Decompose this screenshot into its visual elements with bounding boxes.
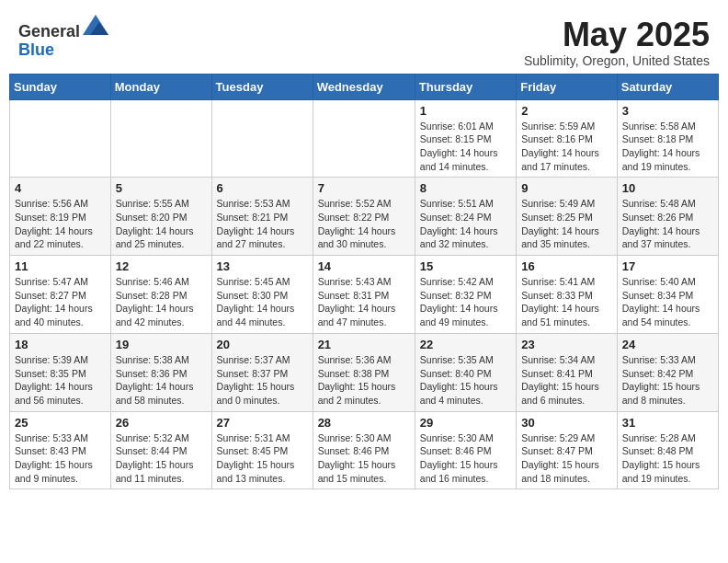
day-info: Sunrise: 5:35 AM Sunset: 8:40 PM Dayligh… (420, 353, 511, 408)
logo-general: General (18, 22, 80, 40)
weekday-header-friday: Friday (517, 74, 618, 99)
calendar-cell: 7Sunrise: 5:52 AM Sunset: 8:22 PM Daylig… (313, 178, 415, 256)
day-number: 26 (116, 416, 207, 430)
calendar-cell: 12Sunrise: 5:46 AM Sunset: 8:28 PM Dayli… (110, 256, 211, 334)
day-number: 4 (15, 181, 106, 195)
calendar-cell: 10Sunrise: 5:48 AM Sunset: 8:26 PM Dayli… (617, 178, 718, 256)
calendar-week-row: 1Sunrise: 6:01 AM Sunset: 8:15 PM Daylig… (10, 99, 719, 178)
day-info: Sunrise: 5:49 AM Sunset: 8:25 PM Dayligh… (521, 197, 612, 251)
day-number: 15 (420, 259, 511, 273)
day-number: 23 (521, 338, 612, 351)
day-number: 11 (15, 259, 106, 273)
day-number: 8 (420, 181, 511, 195)
calendar-cell: 15Sunrise: 5:42 AM Sunset: 8:32 PM Dayli… (415, 256, 516, 334)
day-info: Sunrise: 5:47 AM Sunset: 8:27 PM Dayligh… (15, 275, 106, 329)
day-info: Sunrise: 5:56 AM Sunset: 8:19 PM Dayligh… (15, 197, 106, 251)
day-number: 16 (521, 259, 612, 273)
calendar-cell: 8Sunrise: 5:51 AM Sunset: 8:24 PM Daylig… (415, 178, 516, 256)
calendar-cell: 24Sunrise: 5:33 AM Sunset: 8:42 PM Dayli… (617, 333, 718, 411)
day-info: Sunrise: 5:31 AM Sunset: 8:45 PM Dayligh… (217, 431, 308, 486)
calendar-cell: 27Sunrise: 5:31 AM Sunset: 8:45 PM Dayli… (211, 411, 313, 489)
weekday-header-wednesday: Wednesday (313, 74, 415, 99)
day-number: 20 (217, 338, 308, 351)
day-info: Sunrise: 5:41 AM Sunset: 8:33 PM Dayligh… (521, 275, 612, 329)
title-block: May 2025 Sublimity, Oregon, United State… (524, 17, 710, 68)
day-info: Sunrise: 5:55 AM Sunset: 8:20 PM Dayligh… (116, 197, 207, 251)
title-month: May 2025 (524, 17, 710, 53)
day-number: 3 (622, 104, 713, 118)
day-number: 5 (116, 181, 207, 195)
calendar-cell: 16Sunrise: 5:41 AM Sunset: 8:33 PM Dayli… (517, 256, 618, 334)
calendar-cell: 9Sunrise: 5:49 AM Sunset: 8:25 PM Daylig… (517, 178, 618, 256)
day-info: Sunrise: 5:29 AM Sunset: 8:47 PM Dayligh… (521, 431, 612, 486)
day-info: Sunrise: 5:45 AM Sunset: 8:30 PM Dayligh… (217, 275, 308, 329)
calendar-cell: 30Sunrise: 5:29 AM Sunset: 8:47 PM Dayli… (517, 411, 618, 489)
day-info: Sunrise: 5:48 AM Sunset: 8:26 PM Dayligh… (622, 197, 713, 251)
day-info: Sunrise: 5:46 AM Sunset: 8:28 PM Dayligh… (116, 275, 207, 329)
day-info: Sunrise: 5:52 AM Sunset: 8:22 PM Dayligh… (318, 197, 410, 251)
calendar-week-row: 4Sunrise: 5:56 AM Sunset: 8:19 PM Daylig… (10, 178, 719, 256)
day-number: 13 (217, 259, 308, 273)
day-number: 24 (622, 338, 713, 351)
day-info: Sunrise: 6:01 AM Sunset: 8:15 PM Dayligh… (420, 120, 511, 174)
day-info: Sunrise: 5:30 AM Sunset: 8:46 PM Dayligh… (318, 431, 410, 486)
day-info: Sunrise: 5:58 AM Sunset: 8:18 PM Dayligh… (622, 120, 713, 174)
day-number: 29 (420, 416, 511, 430)
calendar-cell (211, 99, 313, 178)
day-info: Sunrise: 5:42 AM Sunset: 8:32 PM Dayligh… (420, 275, 511, 329)
calendar-cell: 20Sunrise: 5:37 AM Sunset: 8:37 PM Dayli… (211, 333, 313, 411)
day-number: 2 (521, 104, 612, 118)
weekday-header-monday: Monday (110, 74, 211, 99)
day-number: 10 (622, 181, 713, 195)
day-info: Sunrise: 5:28 AM Sunset: 8:48 PM Dayligh… (622, 431, 713, 486)
weekday-header-thursday: Thursday (415, 74, 516, 99)
day-number: 21 (318, 338, 410, 351)
day-info: Sunrise: 5:36 AM Sunset: 8:38 PM Dayligh… (318, 353, 410, 408)
day-number: 28 (318, 416, 410, 430)
day-info: Sunrise: 5:32 AM Sunset: 8:44 PM Dayligh… (116, 431, 207, 486)
calendar-cell: 18Sunrise: 5:39 AM Sunset: 8:35 PM Dayli… (10, 333, 111, 411)
logo: General Blue (18, 17, 108, 60)
calendar-week-row: 25Sunrise: 5:33 AM Sunset: 8:43 PM Dayli… (10, 411, 719, 489)
calendar-cell: 22Sunrise: 5:35 AM Sunset: 8:40 PM Dayli… (415, 333, 516, 411)
calendar-cell: 4Sunrise: 5:56 AM Sunset: 8:19 PM Daylig… (10, 178, 111, 256)
day-number: 25 (15, 416, 106, 430)
calendar-week-row: 18Sunrise: 5:39 AM Sunset: 8:35 PM Dayli… (10, 333, 719, 411)
weekday-header-sunday: Sunday (10, 74, 111, 99)
day-info: Sunrise: 5:33 AM Sunset: 8:43 PM Dayligh… (15, 431, 106, 486)
day-number: 12 (116, 259, 207, 273)
day-number: 14 (318, 259, 410, 273)
day-info: Sunrise: 5:30 AM Sunset: 8:46 PM Dayligh… (420, 431, 511, 486)
weekday-header-tuesday: Tuesday (211, 74, 313, 99)
weekday-header-row: SundayMondayTuesdayWednesdayThursdayFrid… (10, 74, 719, 99)
day-info: Sunrise: 5:39 AM Sunset: 8:35 PM Dayligh… (15, 353, 106, 408)
calendar-cell: 6Sunrise: 5:53 AM Sunset: 8:21 PM Daylig… (211, 178, 313, 256)
calendar-table: SundayMondayTuesdayWednesdayThursdayFrid… (9, 74, 719, 490)
day-info: Sunrise: 5:40 AM Sunset: 8:34 PM Dayligh… (622, 275, 713, 329)
logo-blue: Blue (18, 40, 54, 59)
calendar-week-row: 11Sunrise: 5:47 AM Sunset: 8:27 PM Dayli… (10, 256, 719, 334)
day-info: Sunrise: 5:59 AM Sunset: 8:16 PM Dayligh… (521, 120, 612, 174)
day-number: 22 (420, 338, 511, 351)
day-info: Sunrise: 5:37 AM Sunset: 8:37 PM Dayligh… (217, 353, 308, 408)
calendar-cell: 5Sunrise: 5:55 AM Sunset: 8:20 PM Daylig… (110, 178, 211, 256)
calendar-cell (10, 99, 111, 178)
calendar-cell: 26Sunrise: 5:32 AM Sunset: 8:44 PM Dayli… (110, 411, 211, 489)
calendar-cell: 29Sunrise: 5:30 AM Sunset: 8:46 PM Dayli… (415, 411, 516, 489)
logo-icon (83, 15, 108, 35)
calendar-cell: 25Sunrise: 5:33 AM Sunset: 8:43 PM Dayli… (10, 411, 111, 489)
calendar-cell: 23Sunrise: 5:34 AM Sunset: 8:41 PM Dayli… (517, 333, 618, 411)
day-number: 7 (318, 181, 410, 195)
calendar-cell (110, 99, 211, 178)
day-number: 31 (622, 416, 713, 430)
calendar-cell: 21Sunrise: 5:36 AM Sunset: 8:38 PM Dayli… (313, 333, 415, 411)
day-info: Sunrise: 5:43 AM Sunset: 8:31 PM Dayligh… (318, 275, 410, 329)
calendar-cell: 1Sunrise: 6:01 AM Sunset: 8:15 PM Daylig… (415, 99, 516, 178)
day-number: 18 (15, 338, 106, 351)
title-location: Sublimity, Oregon, United States (524, 53, 710, 68)
day-number: 19 (116, 338, 207, 351)
calendar-cell: 11Sunrise: 5:47 AM Sunset: 8:27 PM Dayli… (10, 256, 111, 334)
day-info: Sunrise: 5:38 AM Sunset: 8:36 PM Dayligh… (116, 353, 207, 408)
day-number: 1 (420, 104, 511, 118)
day-number: 9 (521, 181, 612, 195)
